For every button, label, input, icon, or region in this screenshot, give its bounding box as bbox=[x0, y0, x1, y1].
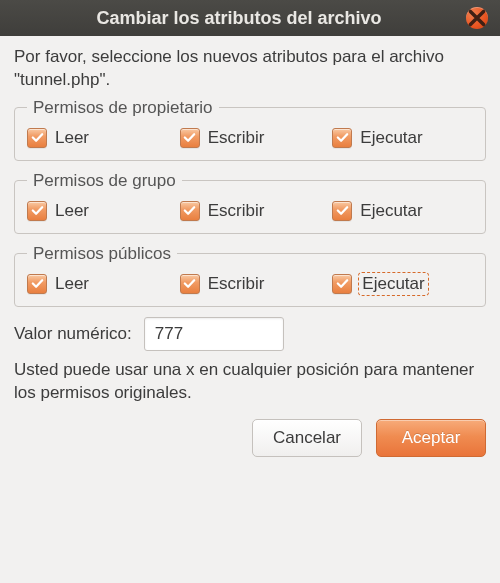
check-icon bbox=[332, 201, 352, 221]
intro-text: Por favor, seleccione los nuevos atribut… bbox=[14, 46, 486, 92]
public-write-checkbox[interactable]: Escribir bbox=[180, 274, 321, 294]
numeric-row: Valor numérico: bbox=[14, 317, 486, 351]
owner-perm-row: Leer Escribir Ejecutar bbox=[27, 128, 473, 148]
owner-permissions-group: Permisos de propietario Leer Escribir Ej… bbox=[14, 98, 486, 161]
owner-execute-label: Ejecutar bbox=[360, 128, 422, 148]
public-permissions-group: Permisos públicos Leer Escribir Ejecutar bbox=[14, 244, 486, 307]
group-permissions-group: Permisos de grupo Leer Escribir Ejecutar bbox=[14, 171, 486, 234]
check-icon bbox=[332, 128, 352, 148]
public-execute-checkbox[interactable]: Ejecutar bbox=[332, 274, 473, 294]
group-perm-row: Leer Escribir Ejecutar bbox=[27, 201, 473, 221]
hint-text: Usted puede usar una x en cualquier posi… bbox=[14, 359, 486, 405]
check-icon bbox=[27, 128, 47, 148]
public-perm-row: Leer Escribir Ejecutar bbox=[27, 274, 473, 294]
owner-legend: Permisos de propietario bbox=[27, 98, 219, 118]
public-read-label: Leer bbox=[55, 274, 89, 294]
group-execute-checkbox[interactable]: Ejecutar bbox=[332, 201, 473, 221]
public-execute-label: Ejecutar bbox=[360, 274, 426, 294]
owner-read-checkbox[interactable]: Leer bbox=[27, 128, 168, 148]
dialog-content: Por favor, seleccione los nuevos atribut… bbox=[0, 36, 500, 471]
group-read-label: Leer bbox=[55, 201, 89, 221]
check-icon bbox=[180, 128, 200, 148]
owner-write-label: Escribir bbox=[208, 128, 265, 148]
close-icon[interactable] bbox=[466, 7, 488, 29]
group-execute-label: Ejecutar bbox=[360, 201, 422, 221]
group-read-checkbox[interactable]: Leer bbox=[27, 201, 168, 221]
public-read-checkbox[interactable]: Leer bbox=[27, 274, 168, 294]
check-icon bbox=[27, 201, 47, 221]
button-row: Cancelar Aceptar bbox=[14, 419, 486, 457]
owner-write-checkbox[interactable]: Escribir bbox=[180, 128, 321, 148]
check-icon bbox=[180, 201, 200, 221]
public-write-label: Escribir bbox=[208, 274, 265, 294]
numeric-value-input[interactable] bbox=[144, 317, 284, 351]
check-icon bbox=[332, 274, 352, 294]
accept-button[interactable]: Aceptar bbox=[376, 419, 486, 457]
group-write-checkbox[interactable]: Escribir bbox=[180, 201, 321, 221]
public-legend: Permisos públicos bbox=[27, 244, 177, 264]
cancel-button[interactable]: Cancelar bbox=[252, 419, 362, 457]
check-icon bbox=[27, 274, 47, 294]
owner-read-label: Leer bbox=[55, 128, 89, 148]
group-legend: Permisos de grupo bbox=[27, 171, 182, 191]
window-title: Cambiar los atributos del archivo bbox=[12, 8, 466, 29]
numeric-label: Valor numérico: bbox=[14, 324, 132, 344]
check-icon bbox=[180, 274, 200, 294]
owner-execute-checkbox[interactable]: Ejecutar bbox=[332, 128, 473, 148]
group-write-label: Escribir bbox=[208, 201, 265, 221]
titlebar: Cambiar los atributos del archivo bbox=[0, 0, 500, 36]
